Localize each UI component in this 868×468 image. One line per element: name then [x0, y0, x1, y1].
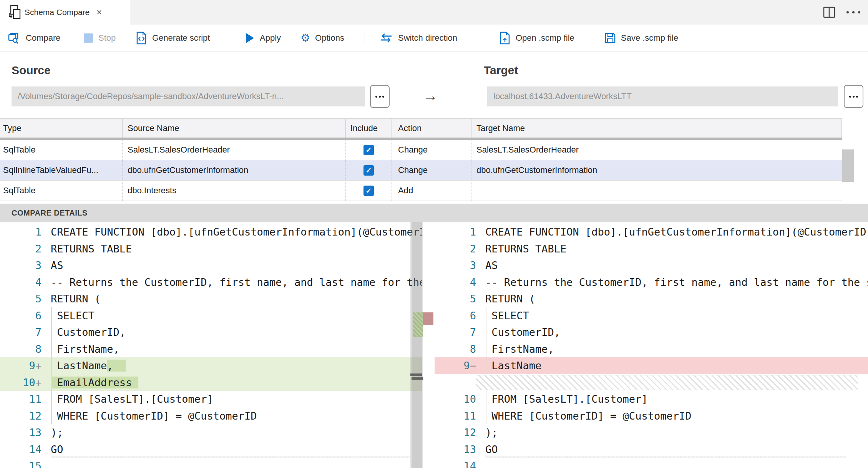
code-line: 6 SELECT [0, 307, 422, 324]
target-browse-button[interactable] [844, 85, 863, 108]
line-number: 3 [435, 257, 476, 274]
generate-script-button[interactable]: Generate script [136, 25, 210, 51]
stop-button[interactable]: Stop [83, 25, 116, 51]
grid-header: Type Source Name Include Action Target N… [0, 118, 842, 140]
include-checkbox[interactable]: ✓ [363, 145, 374, 155]
line-number: 15 [0, 458, 41, 468]
cell-type: SqlTable [0, 140, 123, 160]
code-line: 4-- Returns the CustomerID, first name, … [435, 274, 868, 291]
line-number: 14 [435, 458, 476, 468]
source-scrollbar-diff-mark [410, 373, 422, 376]
code-text: CustomerID, [485, 324, 560, 341]
code-line: 13GO [435, 441, 868, 458]
code-line: 8 FirstName, [0, 341, 422, 358]
tab-close-icon[interactable]: × [96, 8, 102, 17]
table-row[interactable]: SqlInlineTableValuedFu...dbo.ufnGetCusto… [0, 160, 842, 181]
target-code-pane[interactable]: 1CREATE FUNCTION [dbo].[ufnGetCustomerIn… [435, 222, 868, 468]
diff-line-marker: + [35, 360, 41, 372]
line-number: 1 [0, 224, 41, 241]
generate-script-icon [136, 32, 147, 45]
save-icon [604, 32, 616, 44]
diff-hatch-filler [476, 375, 858, 390]
compare-button[interactable]: Compare [8, 25, 60, 51]
target-heading: Target [484, 64, 518, 77]
code-line: 7 CustomerID, [435, 324, 868, 341]
cell-source-name: dbo.ufnGetCustomerInformation [123, 160, 346, 180]
code-line: 8 FirstName, [435, 341, 868, 358]
code-text: RETURN ( [51, 290, 101, 307]
code-line: 5RETURN ( [0, 290, 422, 307]
cell-include: ✓ [346, 160, 392, 180]
apply-button[interactable]: Apply [245, 25, 281, 51]
grid-scrollbar-thumb[interactable] [842, 149, 854, 182]
filler-strip [485, 456, 846, 458]
cell-target-name: dbo.ufnGetCustomerInformation [471, 160, 842, 180]
more-actions-icon[interactable] [846, 9, 861, 16]
tab-title: Schema Compare [25, 8, 90, 17]
schema-compare-icon [8, 5, 22, 20]
target-input[interactable]: localhost,61433.AdventureWorksLTT [487, 86, 838, 106]
code-line: 6 SELECT [435, 307, 868, 324]
line-number: 4 [0, 274, 41, 291]
code-text: -- Returns the CustomerID, first name, a… [485, 274, 868, 291]
code-text: FirstName, [485, 341, 554, 358]
column-header-action: Action [392, 119, 471, 138]
cell-action: Add [392, 181, 471, 201]
source-input[interactable]: /Volumes/Storage/CodeRepos/sample-sandbo… [12, 86, 365, 106]
include-checkbox[interactable]: ✓ [363, 165, 374, 176]
code-text: RETURNS TABLE [51, 241, 132, 257]
source-code-lines: 1CREATE FUNCTION [dbo].[ufnGetCustomerIn… [0, 224, 422, 468]
cell-type: SqlTable [0, 181, 123, 201]
line-number: 7 [435, 324, 476, 341]
open-scmp-button[interactable]: Open .scmp file [499, 25, 574, 51]
switch-direction-button[interactable]: Switch direction [379, 25, 457, 51]
code-line: 13); [0, 424, 422, 441]
code-text: GO [51, 441, 63, 458]
code-text: SELECT [485, 307, 529, 324]
code-text: WHERE [CustomerID] = @CustomerID [485, 408, 691, 425]
target-scrollbar-track[interactable] [412, 222, 423, 468]
code-line: 10 FROM [SalesLT].[Customer] [435, 391, 868, 408]
cell-type: SqlInlineTableValuedFu... [0, 160, 123, 180]
column-header-target-name: Target Name [471, 119, 842, 138]
char-diff-highlight: , [107, 360, 126, 372]
schema-compare-window: Schema Compare × Comp [0, 0, 868, 468]
overview-insert-mark [413, 312, 423, 337]
overview-ruler [423, 222, 433, 468]
code-line: 9− LastName [435, 357, 868, 374]
code-line: 11 FROM [SalesLT].[Customer] [0, 391, 422, 408]
line-number: 7 [0, 324, 41, 341]
cell-action: Change [392, 140, 471, 160]
split-editor-icon[interactable] [823, 6, 836, 18]
code-text: FROM [SalesLT].[Customer] [485, 391, 648, 408]
code-text: WHERE [CustomerID] = @CustomerID [51, 408, 257, 425]
line-number: 9+ [0, 357, 41, 374]
code-text: AS [51, 257, 63, 274]
include-checkbox[interactable]: ✓ [363, 186, 374, 196]
compare-details-bar: COMPARE DETAILS [0, 204, 868, 222]
line-number: 8 [0, 341, 41, 358]
table-row[interactable]: SqlTableSalesLT.SalesOrderHeader✓ChangeS… [0, 140, 842, 160]
line-number: 2 [435, 241, 476, 257]
options-button[interactable]: ⚙ Options [300, 25, 344, 51]
code-line: 14 [435, 458, 868, 468]
tab-schema-compare[interactable]: Schema Compare × [0, 0, 130, 25]
diff-line-marker: − [470, 360, 476, 372]
apply-icon [245, 32, 255, 44]
target-code-lines: 1CREATE FUNCTION [dbo].[ufnGetCustomerIn… [435, 224, 868, 468]
code-line: 10+ EmailAddress [0, 374, 422, 391]
table-row[interactable]: SqlTabledbo.Interests✓Add [0, 181, 842, 201]
code-line: 5RETURN ( [435, 290, 868, 307]
cell-include: ✓ [346, 181, 392, 201]
code-text: FirstName, [51, 341, 119, 358]
source-code-pane[interactable]: 1CREATE FUNCTION [dbo].[ufnGetCustomerIn… [0, 222, 422, 468]
cell-target-name [471, 181, 842, 201]
code-text: CREATE FUNCTION [dbo].[ufnGetCustomerInf… [51, 224, 422, 241]
source-browse-button[interactable] [370, 85, 390, 108]
cell-include: ✓ [346, 140, 392, 160]
open-file-icon [499, 32, 511, 45]
line-number: 11 [0, 391, 41, 408]
diff-line-marker: + [35, 377, 41, 388]
save-scmp-button[interactable]: Save .scmp file [604, 25, 678, 51]
overview-delete-mark [423, 312, 433, 325]
